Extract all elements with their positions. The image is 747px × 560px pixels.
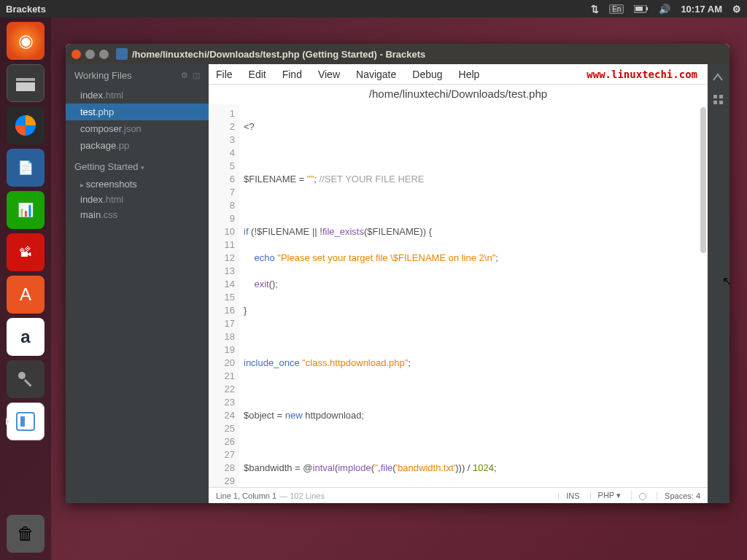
watermark-url: www.linuxtechi.com — [587, 69, 697, 80]
volume-icon[interactable]: 🔊 — [659, 4, 670, 15]
svg-rect-11 — [719, 95, 723, 98]
menubar: File Edit Find View Navigate Debug Help … — [209, 64, 708, 85]
svg-rect-4 — [16, 82, 35, 91]
menu-file[interactable]: File — [216, 69, 233, 80]
menu-help[interactable]: Help — [459, 69, 480, 80]
svg-rect-7 — [24, 379, 32, 387]
working-file-index[interactable]: index.html — [66, 87, 209, 104]
trash-icon[interactable]: 🗑 — [7, 515, 44, 553]
close-button[interactable] — [71, 50, 81, 59]
network-icon[interactable]: ⇅ — [591, 4, 599, 15]
brackets-window: /home/linuxtechi/Downloads/test.php (Get… — [66, 44, 729, 503]
tree-screenshots[interactable]: screenshots — [66, 176, 209, 192]
svg-rect-1 — [646, 7, 648, 10]
panel-app-name: Brackets — [6, 4, 46, 15]
dash-icon[interactable]: ◉ — [7, 22, 44, 60]
menu-navigate[interactable]: Navigate — [356, 69, 396, 80]
app-icon — [116, 48, 128, 60]
code-area[interactable]: <? $FILENAME = ""; //SET YOUR FILE HERE … — [239, 104, 708, 487]
software-icon[interactable]: A — [7, 276, 44, 314]
cursor-position[interactable]: Line 1, Column 1 — [216, 491, 276, 500]
extensions-icon[interactable] — [712, 93, 725, 106]
language-indicator[interactable]: En — [609, 4, 624, 14]
lint-status[interactable] — [631, 491, 646, 499]
file-path: /home/linuxtechi/Downloads/test.php — [209, 85, 708, 104]
svg-rect-3 — [16, 78, 35, 81]
brackets-icon[interactable] — [7, 402, 44, 440]
tree-index[interactable]: index.html — [66, 192, 209, 207]
statusbar: Line 1, Column 1 — 102 Lines INS PHP ▾ S… — [209, 487, 708, 503]
menu-find[interactable]: Find — [282, 69, 302, 80]
insert-mode[interactable]: INS — [558, 491, 579, 500]
working-file-package[interactable]: package.pp — [66, 137, 209, 154]
ubuntu-top-panel: Brackets ⇅ En 🔊 10:17 AM ⚙ — [0, 0, 747, 18]
settings-gear-icon[interactable]: ⚙ — [732, 4, 741, 15]
editor[interactable]: 1234▼56789101112131415▼1617181920▼212223… — [209, 104, 708, 487]
svg-rect-8 — [17, 413, 34, 430]
svg-point-6 — [18, 372, 26, 379]
clock[interactable]: 10:17 AM — [681, 4, 722, 15]
firefox-icon[interactable] — [7, 106, 44, 144]
project-header[interactable]: Getting Started ▾ — [66, 154, 209, 176]
tree-main[interactable]: main.css — [66, 207, 209, 222]
svg-rect-10 — [713, 95, 717, 98]
menu-debug[interactable]: Debug — [412, 69, 442, 80]
unity-launcher: ◉ 📄 📊 📽 A a 🗑 — [0, 18, 51, 560]
window-title: /home/linuxtechi/Downloads/test.php (Get… — [132, 49, 425, 60]
menu-view[interactable]: View — [318, 69, 340, 80]
working-file-composer[interactable]: composer.json — [66, 120, 209, 137]
total-lines: — 102 Lines — [279, 491, 325, 500]
svg-rect-13 — [719, 101, 723, 104]
gear-icon[interactable]: ⚙ — [181, 71, 188, 80]
right-toolbar — [708, 64, 729, 503]
calc-icon[interactable]: 📊 — [7, 191, 44, 229]
indent-setting[interactable]: Spaces: 4 — [657, 491, 700, 500]
files-icon[interactable] — [7, 64, 44, 102]
working-file-test[interactable]: test.php — [66, 104, 209, 120]
minimize-button[interactable] — [85, 50, 95, 59]
writer-icon[interactable]: 📄 — [7, 149, 44, 187]
menu-edit[interactable]: Edit — [249, 69, 266, 80]
svg-rect-12 — [713, 101, 717, 104]
line-gutter: 1234▼56789101112131415▼1617181920▼212223… — [209, 104, 239, 487]
amazon-icon[interactable]: a — [7, 318, 44, 356]
sidebar: Working Files ⚙ ◫ index.html test.php co… — [66, 64, 209, 503]
split-icon[interactable]: ◫ — [193, 71, 200, 80]
battery-icon[interactable] — [634, 5, 649, 13]
system-settings-icon[interactable] — [7, 360, 44, 398]
live-preview-icon[interactable] — [712, 70, 725, 83]
language-mode[interactable]: PHP ▾ — [590, 491, 621, 500]
impress-icon[interactable]: 📽 — [7, 233, 44, 271]
svg-rect-9 — [20, 416, 25, 427]
editor-scrollbar[interactable] — [700, 107, 706, 253]
svg-rect-2 — [635, 7, 643, 11]
maximize-button[interactable] — [99, 50, 109, 59]
working-files-header[interactable]: Working Files ⚙ ◫ — [66, 64, 209, 87]
window-titlebar[interactable]: /home/linuxtechi/Downloads/test.php (Get… — [66, 44, 729, 64]
